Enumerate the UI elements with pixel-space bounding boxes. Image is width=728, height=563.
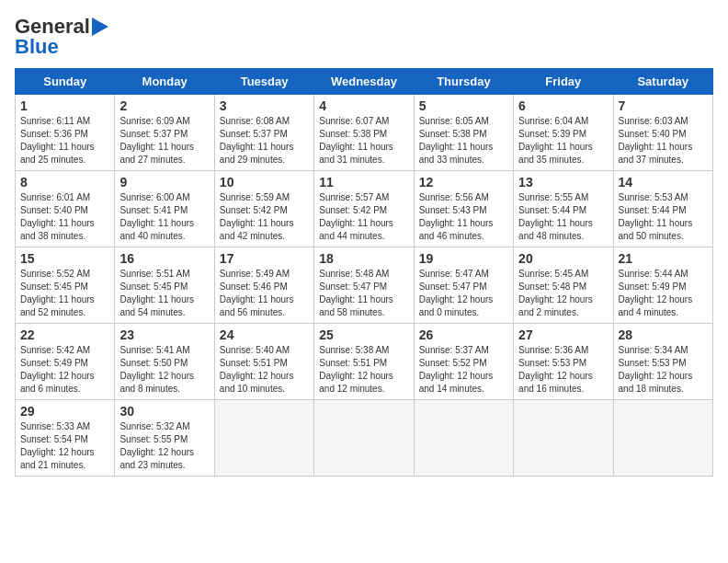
cell-day-number: 3 xyxy=(220,98,309,113)
cell-day-number: 23 xyxy=(119,327,209,342)
calendar-cell: 7Sunrise: 6:03 AMSunset: 5:40 PMDaylight… xyxy=(613,95,712,171)
calendar-cell: 2Sunrise: 6:09 AMSunset: 5:37 PMDaylight… xyxy=(115,95,214,171)
cell-info: Sunrise: 6:01 AMSunset: 5:40 PMDaylight:… xyxy=(20,191,109,243)
cell-info: Sunrise: 5:49 AMSunset: 5:46 PMDaylight:… xyxy=(220,268,309,319)
header-day-friday: Friday xyxy=(514,69,613,95)
logo-arrow-icon xyxy=(92,17,108,36)
cell-info: Sunrise: 5:32 AMSunset: 5:55 PMDaylight:… xyxy=(119,420,209,472)
cell-day-number: 28 xyxy=(619,327,708,342)
cell-info: Sunrise: 6:04 AMSunset: 5:39 PMDaylight:… xyxy=(518,115,608,167)
cell-day-number: 29 xyxy=(20,404,109,419)
cell-day-number: 9 xyxy=(119,175,209,190)
calendar-cell xyxy=(613,400,712,477)
calendar-cell: 24Sunrise: 5:40 AMSunset: 5:51 PMDayligh… xyxy=(214,324,313,400)
cell-day-number: 21 xyxy=(619,251,708,266)
calendar-cell: 30Sunrise: 5:32 AMSunset: 5:55 PMDayligh… xyxy=(115,400,214,477)
cell-day-number: 20 xyxy=(518,251,608,266)
cell-info: Sunrise: 6:09 AMSunset: 5:37 PMDaylight:… xyxy=(119,115,209,167)
cell-day-number: 13 xyxy=(518,175,608,190)
calendar-cell: 6Sunrise: 6:04 AMSunset: 5:39 PMDaylight… xyxy=(514,95,613,171)
calendar-cell: 1Sunrise: 6:11 AMSunset: 5:36 PMDaylight… xyxy=(16,95,115,171)
calendar-cell xyxy=(214,400,313,477)
calendar-cell: 29Sunrise: 5:33 AMSunset: 5:54 PMDayligh… xyxy=(16,400,115,477)
calendar-cell: 22Sunrise: 5:42 AMSunset: 5:49 PMDayligh… xyxy=(16,324,115,400)
cell-info: Sunrise: 5:57 AMSunset: 5:42 PMDaylight:… xyxy=(319,191,408,243)
cell-info: Sunrise: 5:55 AMSunset: 5:44 PMDaylight:… xyxy=(518,191,608,243)
header-day-tuesday: Tuesday xyxy=(214,69,313,95)
cell-info: Sunrise: 5:33 AMSunset: 5:54 PMDaylight:… xyxy=(20,420,109,472)
logo-blue: Blue xyxy=(15,35,59,59)
cell-day-number: 7 xyxy=(619,98,708,113)
cell-info: Sunrise: 5:45 AMSunset: 5:48 PMDaylight:… xyxy=(518,268,608,319)
calendar-table: SundayMondayTuesdayWednesdayThursdayFrid… xyxy=(15,68,713,477)
calendar-header: SundayMondayTuesdayWednesdayThursdayFrid… xyxy=(16,69,713,95)
cell-day-number: 27 xyxy=(518,327,608,342)
calendar-cell: 5Sunrise: 6:05 AMSunset: 5:38 PMDaylight… xyxy=(414,95,513,171)
cell-day-number: 18 xyxy=(319,251,408,266)
cell-info: Sunrise: 5:52 AMSunset: 5:45 PMDaylight:… xyxy=(20,268,109,319)
calendar-cell: 10Sunrise: 5:59 AMSunset: 5:42 PMDayligh… xyxy=(214,171,313,247)
calendar-cell: 20Sunrise: 5:45 AMSunset: 5:48 PMDayligh… xyxy=(514,247,613,324)
cell-info: Sunrise: 5:36 AMSunset: 5:53 PMDaylight:… xyxy=(518,344,608,396)
calendar-week-row: 22Sunrise: 5:42 AMSunset: 5:49 PMDayligh… xyxy=(16,324,713,400)
cell-info: Sunrise: 5:44 AMSunset: 5:49 PMDaylight:… xyxy=(619,268,708,319)
cell-day-number: 16 xyxy=(119,251,209,266)
cell-info: Sunrise: 6:11 AMSunset: 5:36 PMDaylight:… xyxy=(20,115,109,167)
calendar-cell: 19Sunrise: 5:47 AMSunset: 5:47 PMDayligh… xyxy=(414,247,513,324)
cell-day-number: 1 xyxy=(20,98,109,113)
cell-day-number: 26 xyxy=(419,327,508,342)
calendar-cell: 8Sunrise: 6:01 AMSunset: 5:40 PMDaylight… xyxy=(16,171,115,247)
cell-info: Sunrise: 6:03 AMSunset: 5:40 PMDaylight:… xyxy=(619,115,708,167)
calendar-cell: 28Sunrise: 5:34 AMSunset: 5:53 PMDayligh… xyxy=(613,324,712,400)
calendar-cell: 16Sunrise: 5:51 AMSunset: 5:45 PMDayligh… xyxy=(115,247,214,324)
cell-day-number: 6 xyxy=(518,98,608,113)
cell-day-number: 8 xyxy=(20,175,109,190)
cell-info: Sunrise: 5:48 AMSunset: 5:47 PMDaylight:… xyxy=(319,268,408,319)
header-day-sunday: Sunday xyxy=(16,69,115,95)
calendar-cell: 9Sunrise: 6:00 AMSunset: 5:41 PMDaylight… xyxy=(115,171,214,247)
cell-day-number: 4 xyxy=(319,98,408,113)
calendar-cell: 4Sunrise: 6:07 AMSunset: 5:38 PMDaylight… xyxy=(314,95,414,171)
cell-info: Sunrise: 5:38 AMSunset: 5:51 PMDaylight:… xyxy=(319,344,408,396)
header-day-thursday: Thursday xyxy=(414,69,513,95)
calendar-cell: 13Sunrise: 5:55 AMSunset: 5:44 PMDayligh… xyxy=(514,171,613,247)
calendar-cell: 18Sunrise: 5:48 AMSunset: 5:47 PMDayligh… xyxy=(314,247,414,324)
calendar-cell: 15Sunrise: 5:52 AMSunset: 5:45 PMDayligh… xyxy=(16,247,115,324)
cell-info: Sunrise: 5:40 AMSunset: 5:51 PMDaylight:… xyxy=(220,344,309,396)
header-row: SundayMondayTuesdayWednesdayThursdayFrid… xyxy=(16,69,713,95)
cell-info: Sunrise: 5:53 AMSunset: 5:44 PMDaylight:… xyxy=(619,191,708,243)
cell-day-number: 19 xyxy=(419,251,508,266)
calendar-cell: 23Sunrise: 5:41 AMSunset: 5:50 PMDayligh… xyxy=(115,324,214,400)
calendar-body: 1Sunrise: 6:11 AMSunset: 5:36 PMDaylight… xyxy=(16,95,713,477)
calendar-cell: 25Sunrise: 5:38 AMSunset: 5:51 PMDayligh… xyxy=(314,324,414,400)
cell-day-number: 11 xyxy=(319,175,408,190)
calendar-week-row: 1Sunrise: 6:11 AMSunset: 5:36 PMDaylight… xyxy=(16,95,713,171)
calendar-week-row: 15Sunrise: 5:52 AMSunset: 5:45 PMDayligh… xyxy=(16,247,713,324)
cell-day-number: 25 xyxy=(319,327,408,342)
calendar-cell xyxy=(414,400,513,477)
cell-info: Sunrise: 5:47 AMSunset: 5:47 PMDaylight:… xyxy=(419,268,508,319)
header-day-wednesday: Wednesday xyxy=(314,69,414,95)
logo: General Blue xyxy=(15,15,108,59)
cell-day-number: 14 xyxy=(619,175,708,190)
calendar-week-row: 8Sunrise: 6:01 AMSunset: 5:40 PMDaylight… xyxy=(16,171,713,247)
calendar-cell: 3Sunrise: 6:08 AMSunset: 5:37 PMDaylight… xyxy=(214,95,313,171)
cell-info: Sunrise: 6:05 AMSunset: 5:38 PMDaylight:… xyxy=(419,115,508,167)
cell-info: Sunrise: 5:42 AMSunset: 5:49 PMDaylight:… xyxy=(20,344,109,396)
cell-info: Sunrise: 6:07 AMSunset: 5:38 PMDaylight:… xyxy=(319,115,408,167)
calendar-cell: 26Sunrise: 5:37 AMSunset: 5:52 PMDayligh… xyxy=(414,324,513,400)
cell-day-number: 15 xyxy=(20,251,109,266)
cell-day-number: 10 xyxy=(220,175,309,190)
page-header: General Blue xyxy=(15,15,713,59)
cell-day-number: 22 xyxy=(20,327,109,342)
cell-day-number: 24 xyxy=(220,327,309,342)
cell-day-number: 5 xyxy=(419,98,508,113)
cell-day-number: 2 xyxy=(119,98,209,113)
cell-day-number: 12 xyxy=(419,175,508,190)
cell-info: Sunrise: 5:51 AMSunset: 5:45 PMDaylight:… xyxy=(119,268,209,319)
calendar-cell: 14Sunrise: 5:53 AMSunset: 5:44 PMDayligh… xyxy=(613,171,712,247)
calendar-cell: 27Sunrise: 5:36 AMSunset: 5:53 PMDayligh… xyxy=(514,324,613,400)
calendar-week-row: 29Sunrise: 5:33 AMSunset: 5:54 PMDayligh… xyxy=(16,400,713,477)
cell-info: Sunrise: 5:34 AMSunset: 5:53 PMDaylight:… xyxy=(619,344,708,396)
header-day-saturday: Saturday xyxy=(613,69,712,95)
